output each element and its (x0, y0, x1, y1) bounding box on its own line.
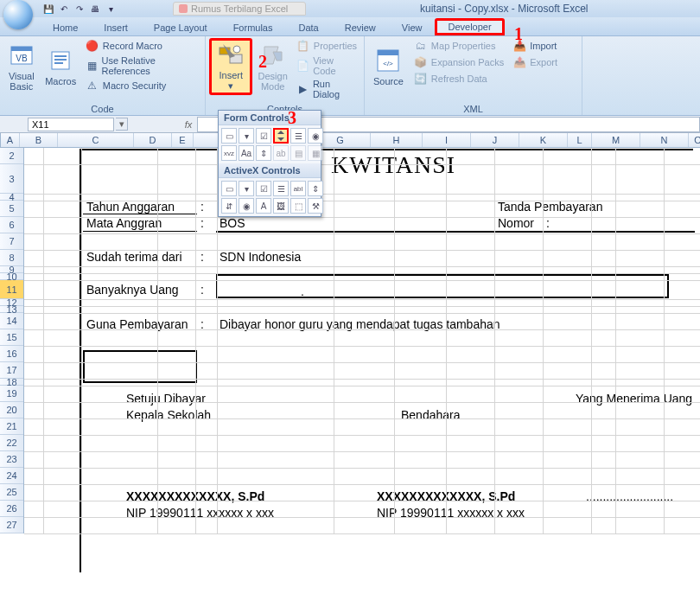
row-header-21[interactable]: 21 (0, 418, 23, 435)
row-header-5[interactable]: 5 (0, 201, 23, 217)
col-header-C[interactable]: C (58, 133, 134, 147)
fx-button[interactable]: fx (180, 119, 197, 130)
expansion-packs-button[interactable]: 📦 Expansion Packs (410, 54, 507, 70)
activex-checkbox-icon[interactable]: ☑ (256, 181, 271, 196)
activex-togglebutton-icon[interactable]: ⬚ (290, 198, 306, 214)
activex-commandbutton-icon[interactable]: ▭ (221, 181, 237, 196)
form-checkbox-icon[interactable]: ☑ (256, 128, 271, 144)
view-code-button[interactable]: 📄 View Code (293, 54, 360, 77)
record-macro-button[interactable]: 🔴 Record Macro (82, 38, 201, 54)
worksheet-grid[interactable]: ABCDEFGHIJKLMNO 234567891011121314151617… (0, 133, 700, 533)
visual-basic-button[interactable]: VB Visual Basic (3, 38, 40, 95)
view-code-icon: 📄 (296, 59, 309, 73)
macro-security-button[interactable]: ⚠ Macro Security (82, 78, 201, 93)
row-header-3[interactable]: 3 (0, 164, 23, 194)
col-header-L[interactable]: L (568, 133, 592, 147)
tab-formulas[interactable]: Formulas (220, 19, 286, 35)
col-header-J[interactable]: J (471, 133, 519, 147)
activex-scrollbar-icon[interactable]: ⇕ (308, 181, 323, 196)
col-header-I[interactable]: I (423, 133, 471, 147)
activex-optionbutton-icon[interactable]: ◉ (239, 198, 254, 214)
row-header-13[interactable]: 13 (0, 306, 23, 313)
row-header-7[interactable]: 7 (0, 233, 23, 250)
form-groupbox-icon[interactable]: xvz (221, 145, 237, 161)
amount-dot: . (301, 284, 304, 298)
undo-icon[interactable]: ↶ (57, 2, 71, 16)
form-spinbutton-icon[interactable] (273, 128, 289, 144)
tab-developer[interactable]: Developer (435, 18, 504, 35)
office-button[interactable] (3, 0, 33, 29)
group-code-label: Code (3, 103, 201, 115)
row-header-10[interactable]: 10 (0, 273, 23, 280)
row-header-6[interactable]: 6 (0, 217, 23, 233)
background-window-tab[interactable]: Rumus Terbilang Excel (173, 2, 306, 16)
col-header-A[interactable]: A (1, 133, 20, 147)
tab-data[interactable]: Data (285, 19, 331, 35)
export-button[interactable]: 📤 Export (509, 54, 561, 70)
form-scrollbar-icon[interactable]: ⇕ (256, 145, 271, 161)
col-header-K[interactable]: K (519, 133, 568, 147)
name-box[interactable]: X11 (28, 118, 114, 131)
redo-icon[interactable]: ↷ (73, 2, 86, 16)
tab-home[interactable]: Home (40, 19, 91, 35)
col-header-H[interactable]: H (371, 133, 423, 147)
activex-morecontrols-icon[interactable]: ⚒ (308, 198, 323, 214)
run-dialog-button[interactable]: ▶ Run Dialog (293, 78, 360, 100)
export-label: Export (530, 57, 557, 67)
form-combo-list-icon[interactable]: ▤ (290, 145, 306, 161)
row-header-20[interactable]: 20 (0, 402, 23, 418)
activex-combobox-icon[interactable]: ▾ (239, 181, 254, 196)
row-header-11[interactable]: 11 (0, 280, 23, 299)
row-header-19[interactable]: 19 (0, 386, 23, 402)
row-header-26[interactable]: 26 (0, 501, 23, 517)
map-properties-button[interactable]: 🗂 Map Properties (410, 38, 507, 54)
row-header-2[interactable]: 2 (0, 148, 23, 164)
svg-rect-4 (54, 55, 67, 57)
source-button[interactable]: </> Source (368, 38, 409, 95)
form-optionbutton-icon[interactable]: ◉ (308, 128, 323, 144)
refresh-data-button[interactable]: 🔄 Refresh Data (410, 71, 507, 86)
col-header-D[interactable]: D (134, 133, 172, 147)
row-header-14[interactable]: 14 (0, 313, 23, 329)
insert-controls-button[interactable]: Insert ▾ (209, 38, 252, 95)
col-header-B[interactable]: B (20, 133, 58, 147)
form-combobox-icon[interactable]: ▾ (239, 128, 254, 144)
form-listbox-icon[interactable]: ☰ (290, 128, 306, 144)
row-header-25[interactable]: 25 (0, 484, 23, 501)
form-textfield-icon[interactable]: ab (273, 145, 289, 161)
use-relative-label: Use Relative References (102, 55, 199, 76)
col-header-M[interactable]: M (592, 133, 640, 147)
activex-label-icon[interactable]: A (256, 198, 271, 214)
activex-listbox-icon[interactable]: ☰ (273, 181, 289, 196)
row-header-24[interactable]: 24 (0, 468, 23, 484)
qat-dropdown-icon[interactable]: ▾ (104, 2, 118, 16)
tab-view[interactable]: View (389, 19, 436, 35)
macros-icon (47, 47, 74, 74)
name-box-dropdown-icon[interactable]: ▾ (116, 118, 128, 131)
properties-button[interactable]: 📋 Properties (293, 38, 360, 54)
col-header-N[interactable]: N (640, 133, 689, 147)
row-header-16[interactable]: 16 (0, 346, 23, 362)
activex-spinbutton-icon[interactable]: ⇵ (221, 198, 237, 214)
activex-image-icon[interactable]: 🖼 (273, 198, 289, 214)
form-label-icon[interactable]: Aa (239, 145, 254, 161)
row-header-15[interactable]: 15 (0, 329, 23, 346)
row-header-27[interactable]: 27 (0, 517, 23, 533)
row-header-4[interactable]: 4 (0, 194, 23, 201)
macros-button[interactable]: Macros (41, 38, 80, 95)
row-header-18[interactable]: 18 (0, 379, 23, 386)
tab-insert[interactable]: Insert (91, 19, 141, 35)
row-header-22[interactable]: 22 (0, 435, 23, 451)
form-combo-dd-icon[interactable]: ▦ (308, 145, 323, 161)
tab-review[interactable]: Review (332, 19, 389, 35)
col-header-E[interactable]: E (172, 133, 194, 147)
tab-page-layout[interactable]: Page Layout (141, 19, 220, 35)
form-button-icon[interactable]: ▭ (221, 128, 237, 144)
col-header-O[interactable]: O (689, 133, 700, 147)
ribbon: VB Visual Basic Macros 🔴 Record Macro ▦ … (0, 36, 700, 116)
row-header-23[interactable]: 23 (0, 451, 23, 468)
activex-textbox-icon[interactable]: abl (290, 181, 306, 196)
print-icon[interactable]: 🖶 (88, 2, 102, 16)
use-relative-references-button[interactable]: ▦ Use Relative References (82, 54, 201, 77)
save-icon[interactable]: 💾 (41, 2, 55, 16)
